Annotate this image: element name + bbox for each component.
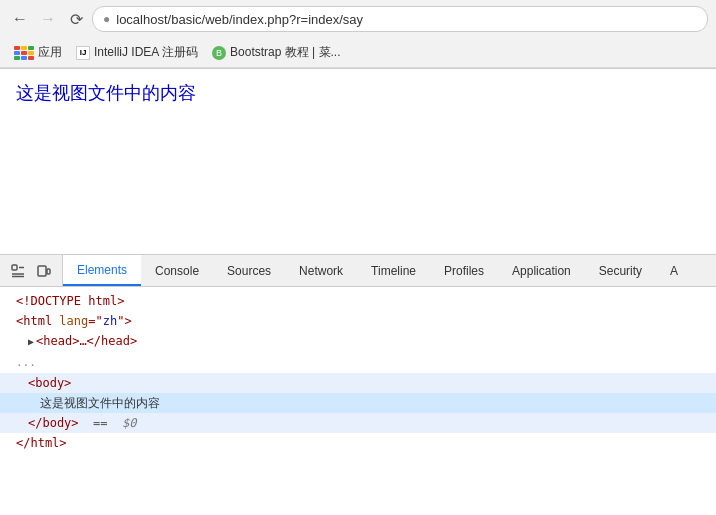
tab-console[interactable]: Console [141,255,213,286]
element-picker-button[interactable] [8,261,28,281]
bookmark-intellij[interactable]: IJ IntelliJ IDEA 注册码 [70,42,204,63]
back-button[interactable]: ← [8,7,32,31]
nav-bar: ← → ⟳ ● localhost/basic/web/index.php?r=… [0,0,716,38]
dom-line-doctype[interactable]: <!DOCTYPE html> [0,291,716,311]
tab-network[interactable]: Network [285,255,357,286]
url-prefix: localhost [116,12,167,27]
apps-grid-icon [14,46,34,60]
tab-application[interactable]: Application [498,255,585,286]
devtools-panel: Elements Console Sources Network Timelin… [0,254,716,515]
main-content: 这是视图文件中的内容 [0,69,716,254]
dom-line-html[interactable]: <html lang="zh"> [0,311,716,331]
tab-sources[interactable]: Sources [213,255,285,286]
reload-button[interactable]: ⟳ [64,7,88,31]
forward-button[interactable]: → [36,7,60,31]
bookmarks-bar: 应用 IJ IntelliJ IDEA 注册码 B Bootstrap 教程 |… [0,38,716,68]
browser-chrome: ← → ⟳ ● localhost/basic/web/index.php?r=… [0,0,716,69]
svg-rect-4 [38,266,46,276]
url-path: /basic/web/index.php?r=index/say [168,12,363,27]
dom-line-head[interactable]: ▶<head>…</head> [0,331,716,352]
devtools-content: <!DOCTYPE html> <html lang="zh"> ▶<head>… [0,287,716,515]
svg-rect-5 [47,269,50,274]
dom-line-html-close[interactable]: </html> [0,433,716,453]
intellij-icon: IJ [76,46,90,60]
dom-line-body-close[interactable]: </body> == $0 [0,413,716,433]
bootstrap-icon: B [212,46,226,60]
devtools-tabs: Elements Console Sources Network Timelin… [63,255,716,286]
tab-timeline[interactable]: Timeline [357,255,430,286]
tab-more[interactable]: A [656,255,692,286]
svg-rect-0 [12,265,17,270]
bookmark-apps[interactable]: 应用 [8,42,68,63]
devtools-left-icons [0,255,63,286]
tab-profiles[interactable]: Profiles [430,255,498,286]
dom-body-text: 这是视图文件中的内容 [40,396,160,410]
dom-line-body-open[interactable]: <body> [0,373,716,393]
apps-label: 应用 [38,44,62,61]
dom-line-dots: ... [0,352,716,373]
tab-elements[interactable]: Elements [63,255,141,286]
tab-security[interactable]: Security [585,255,656,286]
bookmark-bootstrap[interactable]: B Bootstrap 教程 | 菜... [206,42,346,63]
dom-tree: <!DOCTYPE html> <html lang="zh"> ▶<head>… [0,287,716,457]
address-bar[interactable]: ● localhost/basic/web/index.php?r=index/… [92,6,708,32]
devtools-toolbar: Elements Console Sources Network Timelin… [0,255,716,287]
lock-icon: ● [103,12,110,26]
url-text: localhost/basic/web/index.php?r=index/sa… [116,12,363,27]
intellij-label: IntelliJ IDEA 注册码 [94,44,198,61]
device-emulation-button[interactable] [34,261,54,281]
bootstrap-label: Bootstrap 教程 | 菜... [230,44,340,61]
dom-line-body-text[interactable]: 这是视图文件中的内容 [0,393,716,413]
page-main-text: 这是视图文件中的内容 [16,81,700,105]
